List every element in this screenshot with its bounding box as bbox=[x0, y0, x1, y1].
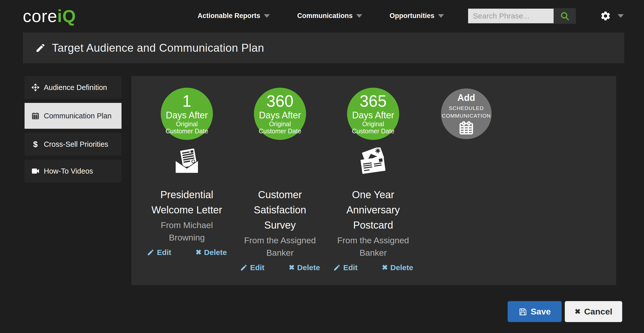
cancel-label: Cancel bbox=[584, 307, 612, 317]
add-label: Add bbox=[457, 92, 475, 103]
plan-item-customer-satisfaction-survey: 360 Days After Original Customer Date Cu… bbox=[233, 88, 327, 285]
x-icon: ✖ bbox=[575, 308, 580, 315]
plan-item-title: Presidential Welcome Letter bbox=[145, 187, 229, 217]
search-icon bbox=[560, 11, 570, 21]
plan-item-title: One Year Anniversary Postcard bbox=[331, 187, 415, 233]
nav-opportunities-label: Opportunities bbox=[390, 12, 434, 20]
page-title: Target Audience and Communication Plan bbox=[52, 42, 264, 54]
days-after-bubble[interactable]: 365 Days After Original Customer Date bbox=[347, 88, 399, 140]
chevron-down-icon bbox=[438, 14, 444, 18]
communication-plan-panel: 1 Days After Original Customer Date bbox=[131, 76, 616, 285]
plan-item-title: Customer Satisfaction Survey bbox=[238, 187, 322, 233]
main-nav: Actionable Reports Communications Opport… bbox=[197, 12, 444, 20]
search-input[interactable] bbox=[468, 9, 554, 23]
sidebar-item-audience-definition[interactable]: Audience Definition bbox=[25, 76, 122, 99]
welcome-letter-icon bbox=[173, 147, 201, 174]
sidebar-item-label: How-To Videos bbox=[44, 167, 93, 175]
nav-communications[interactable]: Communications bbox=[297, 12, 362, 20]
pencil-icon bbox=[240, 264, 248, 271]
edit-link[interactable]: Edit bbox=[333, 263, 358, 272]
content-area: Audience Definition Communication Plan $… bbox=[25, 76, 644, 285]
delete-link[interactable]: ✖ Delete bbox=[289, 263, 320, 272]
move-arrows-icon bbox=[31, 83, 40, 92]
logo-iq-text: iQ bbox=[57, 6, 76, 26]
plan-item-from: From the Assigned Banker bbox=[329, 234, 418, 259]
sidebar-item-how-to-videos[interactable]: How-To Videos bbox=[25, 160, 122, 182]
days-after-label: Days After bbox=[259, 110, 301, 120]
sidebar: Audience Definition Communication Plan $… bbox=[25, 76, 122, 187]
x-icon: ✖ bbox=[196, 249, 202, 256]
pencil-icon bbox=[333, 264, 341, 271]
save-label: Save bbox=[531, 307, 551, 317]
delete-label: Delete bbox=[204, 248, 227, 257]
sidebar-item-communication-plan[interactable]: Communication Plan bbox=[25, 103, 122, 129]
edit-label: Edit bbox=[250, 263, 265, 272]
nav-communications-label: Communications bbox=[297, 12, 353, 20]
search-button[interactable] bbox=[554, 8, 576, 24]
days-after-sublabel: Original Customer Date bbox=[257, 121, 303, 135]
sidebar-item-cross-sell-priorities[interactable]: $ Cross-Sell Priorities bbox=[25, 133, 122, 156]
plan-item-one-year-anniversary-postcard: 365 Days After Original Customer Date bbox=[327, 88, 420, 285]
pencil-icon bbox=[147, 249, 154, 256]
scheduled-label: SCHEDULED bbox=[449, 105, 484, 111]
calendar-icon bbox=[458, 121, 474, 135]
add-scheduled-communication-column: Add SCHEDULED COMMUNICATION bbox=[420, 88, 513, 285]
days-number: 1 bbox=[182, 93, 191, 109]
chevron-down-icon bbox=[356, 14, 362, 18]
dollar-icon: $ bbox=[31, 140, 40, 149]
gear-icon bbox=[600, 10, 611, 22]
days-after-bubble[interactable]: 360 Days After Original Customer Date bbox=[254, 88, 306, 140]
delete-link[interactable]: ✖ Delete bbox=[196, 248, 227, 257]
settings-menu[interactable] bbox=[600, 10, 624, 22]
video-camera-icon bbox=[31, 167, 40, 175]
plan-item-from: From Michael Browning bbox=[142, 219, 231, 244]
nav-actionable-reports[interactable]: Actionable Reports bbox=[197, 12, 270, 20]
add-scheduled-communication-button[interactable]: Add SCHEDULED COMMUNICATION bbox=[441, 88, 492, 139]
save-button[interactable]: Save bbox=[508, 301, 562, 322]
plan-item-actions: Edit ✖ Delete bbox=[333, 263, 413, 272]
logo-core-text: core bbox=[23, 6, 57, 26]
days-after-label: Days After bbox=[352, 110, 394, 120]
days-after-label: Days After bbox=[166, 110, 208, 120]
communication-label: COMMUNICATION bbox=[442, 113, 491, 119]
delete-label: Delete bbox=[297, 263, 320, 272]
coreiq-logo[interactable]: coreiQ bbox=[23, 6, 76, 26]
top-navigation-bar: coreiQ Actionable Reports Communications… bbox=[0, 0, 644, 32]
footer-actions: Save ✖ Cancel bbox=[0, 301, 622, 322]
edit-label: Edit bbox=[343, 263, 358, 272]
plan-item-actions: Edit ✖ Delete bbox=[240, 263, 320, 272]
calendar-icon bbox=[31, 112, 40, 120]
sidebar-item-label: Communication Plan bbox=[44, 112, 112, 120]
edit-label: Edit bbox=[157, 248, 171, 257]
chevron-down-icon bbox=[264, 14, 270, 18]
plan-item-presidential-welcome-letter: 1 Days After Original Customer Date bbox=[140, 88, 233, 285]
chevron-down-icon bbox=[618, 14, 624, 18]
x-icon: ✖ bbox=[382, 264, 388, 271]
pencil-icon bbox=[35, 43, 46, 53]
search-bar bbox=[468, 8, 576, 24]
page-header: Target Audience and Communication Plan bbox=[23, 32, 624, 63]
edit-link[interactable]: Edit bbox=[240, 263, 265, 272]
plan-item-actions: Edit ✖ Delete bbox=[147, 248, 227, 257]
nav-opportunities[interactable]: Opportunities bbox=[390, 12, 444, 20]
nav-actionable-reports-label: Actionable Reports bbox=[197, 12, 260, 20]
sidebar-item-label: Audience Definition bbox=[44, 83, 107, 92]
edit-link[interactable]: Edit bbox=[147, 248, 171, 257]
days-after-sublabel: Original Customer Date bbox=[350, 121, 396, 135]
delete-label: Delete bbox=[390, 263, 413, 272]
days-after-bubble[interactable]: 1 Days After Original Customer Date bbox=[161, 88, 213, 140]
plan-item-from: From the Assigned Banker bbox=[235, 234, 325, 259]
cancel-button[interactable]: ✖ Cancel bbox=[565, 301, 622, 322]
sidebar-item-label: Cross-Sell Priorities bbox=[44, 140, 108, 149]
days-number: 360 bbox=[267, 93, 294, 109]
postcard-icon bbox=[358, 147, 388, 174]
delete-link[interactable]: ✖ Delete bbox=[382, 263, 413, 272]
days-after-sublabel: Original Customer Date bbox=[164, 121, 210, 135]
save-floppy-icon bbox=[518, 307, 527, 316]
x-icon: ✖ bbox=[289, 264, 295, 271]
days-number: 365 bbox=[360, 93, 387, 109]
